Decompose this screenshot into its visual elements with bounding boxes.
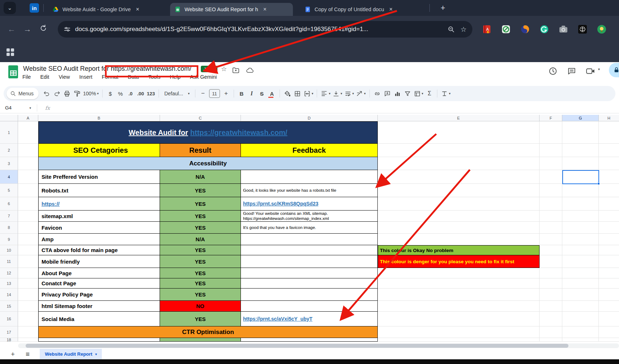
tab-search-button[interactable]: ⌄ (4, 2, 16, 14)
section-ctr-cell[interactable]: CTR Optimisation (38, 326, 378, 338)
merge-cells-button[interactable]: ▾ (303, 88, 315, 99)
cell-g[interactable] (562, 157, 599, 170)
cell-g[interactable] (562, 184, 599, 197)
sheet-tab-menu-icon[interactable]: ▾ (95, 352, 97, 356)
cell-a[interactable] (18, 278, 38, 289)
section-accessibility-cell[interactable]: Accessibility (38, 157, 378, 170)
extension-screenshot-icon[interactable] (559, 25, 568, 34)
italic-button[interactable]: I (247, 88, 257, 99)
cell-h[interactable] (599, 301, 619, 312)
feedback-link[interactable]: https://prnt.sc/aVxi5cY_ubyT (243, 316, 377, 322)
video-call-caret-icon[interactable]: ▾ (598, 67, 600, 71)
all-sheets-button[interactable]: ≡ (26, 350, 30, 358)
column-header-e[interactable]: E (378, 115, 540, 121)
fill-handle[interactable] (597, 182, 600, 185)
category-cell[interactable]: Favicon (38, 222, 160, 234)
version-history-icon[interactable] (548, 66, 558, 76)
row-header[interactable]: 3 (0, 157, 18, 170)
cell-f[interactable] (540, 289, 562, 301)
cell-h[interactable] (599, 121, 619, 144)
cell-a[interactable] (18, 338, 38, 342)
category-cell[interactable]: Social Media (38, 312, 160, 326)
number-format-button[interactable]: 123 (146, 88, 156, 99)
result-cell[interactable]: YES (160, 222, 241, 234)
cell-d[interactable] (241, 338, 378, 342)
column-header-h[interactable]: H (599, 115, 619, 121)
cell-a[interactable] (18, 245, 38, 255)
column-header-d[interactable]: D (241, 115, 378, 121)
row-header[interactable]: 17 (0, 326, 18, 338)
feedback-cell[interactable] (241, 278, 378, 289)
row-header[interactable]: 8 (0, 222, 18, 234)
text-rotation-button[interactable]: ▾ (355, 88, 367, 99)
category-cell[interactable]: https:// (38, 197, 160, 211)
add-sheet-button[interactable]: + (11, 350, 15, 358)
row-header[interactable]: 13 (0, 278, 18, 289)
row-header[interactable]: 14 (0, 289, 18, 301)
menus-search-button[interactable]: Menus (7, 88, 39, 99)
feedback-cell[interactable] (241, 245, 378, 255)
cell-f[interactable] (540, 301, 562, 312)
column-header-g[interactable]: G (562, 115, 599, 121)
cell-c[interactable] (160, 338, 241, 342)
document-title[interactable]: Website SEO Audit Report for https://gre… (23, 65, 191, 73)
profile-avatar-icon[interactable] (597, 25, 606, 34)
cell-e[interactable] (378, 338, 540, 342)
row-header[interactable]: 15 (0, 301, 18, 312)
tab-close-icon[interactable]: × (263, 6, 267, 13)
cell-a[interactable] (18, 211, 38, 222)
feedback-cell[interactable]: https://prnt.sc/KRmS8QpqSd23 (241, 197, 378, 211)
cell-e[interactable] (378, 170, 540, 184)
header-feedback-cell[interactable]: Feedback (241, 144, 378, 157)
row-header[interactable]: 6 (0, 197, 18, 211)
cell-e[interactable] (378, 121, 540, 144)
sheet-tab-website-audit-report[interactable]: Website Audit Report ▾ (40, 349, 102, 359)
cell-h[interactable] (599, 211, 619, 222)
tab-close-icon[interactable]: × (389, 6, 393, 13)
cell-e[interactable] (378, 234, 540, 245)
cell-e[interactable] (378, 144, 540, 157)
cell-a[interactable] (18, 197, 38, 211)
category-cell[interactable]: Site Preffered Version (38, 170, 160, 184)
cell-e[interactable] (378, 211, 540, 222)
banner-link[interactable]: https://greatwhitewash.com/ (190, 129, 287, 137)
redo-button[interactable] (52, 88, 62, 99)
menu-format[interactable]: Format (102, 74, 118, 80)
cell-a[interactable] (18, 157, 38, 170)
header-categories-cell[interactable]: SEO Cetagories (38, 144, 160, 157)
row-header[interactable]: 11 (0, 255, 18, 268)
cell-a[interactable] (18, 312, 38, 326)
back-button[interactable]: ← (4, 25, 20, 34)
extension-globe-icon[interactable] (578, 25, 587, 34)
row-header[interactable]: 5 (0, 184, 18, 197)
cell-e[interactable]: This colour is denger for you please you… (378, 255, 540, 268)
cell-h[interactable] (599, 326, 619, 338)
text-wrap-button[interactable]: ▾ (343, 88, 355, 99)
cell-h[interactable] (599, 245, 619, 255)
cell-e[interactable]: This colour is Okay No problem (378, 245, 540, 255)
row-header[interactable]: 2 (0, 144, 18, 157)
category-cell[interactable]: sitemap.xml (38, 211, 160, 222)
insert-comment-button[interactable] (382, 88, 393, 99)
cell-e[interactable] (378, 184, 540, 197)
text-color-button[interactable]: A (267, 88, 277, 99)
cell-f[interactable] (540, 184, 562, 197)
cell-f[interactable] (540, 278, 562, 289)
cell-e[interactable] (378, 222, 540, 234)
column-header-b[interactable]: B (38, 115, 160, 121)
video-call-icon[interactable] (586, 66, 596, 76)
result-cell[interactable]: YES (160, 289, 241, 301)
reload-button[interactable] (35, 24, 51, 34)
cell-g[interactable] (562, 268, 599, 278)
formula-input[interactable] (50, 103, 619, 113)
sheets-logo[interactable] (8, 65, 19, 79)
result-cell[interactable]: YES (160, 245, 241, 255)
result-cell[interactable]: N/A (160, 234, 241, 245)
cell-g[interactable] (562, 312, 599, 326)
cell-f[interactable] (540, 326, 562, 338)
row-header[interactable]: 1 (0, 121, 18, 144)
insert-chart-button[interactable] (393, 88, 403, 99)
result-cell[interactable]: YES (160, 184, 241, 197)
category-cell[interactable]: Robots.txt (38, 184, 160, 197)
tab-sheets-active[interactable]: Website SEO Audit Report for h × (170, 3, 293, 16)
